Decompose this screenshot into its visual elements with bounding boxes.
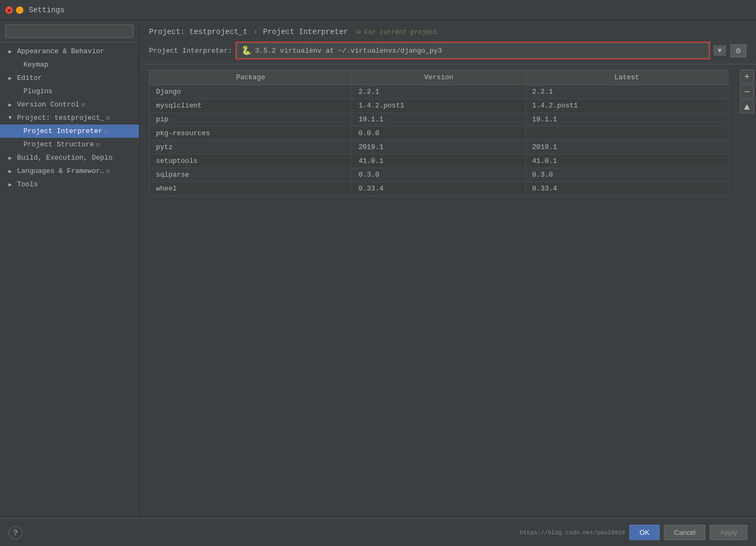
cell-latest (525, 127, 728, 140)
minimize-button[interactable] (16, 6, 23, 14)
cell-latest: 41.0.1 (525, 154, 728, 168)
apply-button[interactable]: Apply (710, 525, 747, 540)
table-row[interactable]: setuptools41.0.141.0.1 (150, 154, 728, 168)
bottom-bar: ? https://blog.csdn.net/paul0926 OK Canc… (0, 518, 756, 546)
content-header: Project: testproject_t › Project Interpr… (139, 20, 756, 64)
cell-version: 19.1.1 (352, 113, 525, 127)
sidebar-item-appearance-behavior[interactable]: ▶ Appearance & Behavior (0, 45, 139, 58)
settings-window: × Settings ▶ Appearance & Behavior Keyma… (0, 0, 756, 546)
close-button[interactable]: × (5, 6, 13, 14)
sidebar-item-plugins[interactable]: Plugins (0, 85, 139, 98)
main-layout: ▶ Appearance & Behavior Keymap ▶ Editor … (0, 20, 756, 518)
window-title: Settings (29, 6, 64, 14)
interpreter-value: 3.5.2 virtualenv at ~/.virtualenvs/djang… (255, 47, 704, 55)
breadcrumb-project: Project: testproject_t (149, 28, 248, 36)
sidebar-item-label: Project Structure (23, 140, 94, 148)
breadcrumb-note: ⊟ For current project (357, 29, 437, 36)
arrow-icon: ▶ (9, 75, 15, 81)
sidebar-item-project[interactable]: ▼ Project: testproject_ ⊟ (0, 111, 139, 125)
interpreter-settings-button[interactable]: ⚙ (730, 44, 746, 57)
sidebar-item-label: Languages & Framewor… (17, 167, 104, 175)
sidebar-item-label: Build, Execution, Deplo (17, 154, 112, 162)
packages-table: Package Version Latest Django2.2.12.2.1m… (149, 70, 728, 196)
cell-version: 0.0.0 (352, 127, 525, 140)
up-button[interactable]: ▲ (740, 100, 754, 113)
table-actions: + − ▲ (738, 64, 756, 119)
col-header-version: Version (352, 70, 525, 85)
table-row[interactable]: wheel0.33.40.33.4 (150, 182, 728, 196)
sidebar-item-label: Appearance & Behavior (17, 47, 104, 55)
copy-icon: ⊟ (106, 168, 110, 175)
python-icon: 🐍 (241, 45, 252, 56)
arrow-icon: ▶ (9, 48, 15, 55)
help-button[interactable]: ? (9, 526, 22, 540)
cell-package: pytz (150, 140, 352, 154)
breadcrumb: Project: testproject_t › Project Interpr… (149, 28, 746, 36)
cell-package: mysqlclient (150, 99, 352, 113)
cell-package: sqlparse (150, 168, 352, 182)
search-box (0, 20, 139, 43)
table-area: Package Version Latest Django2.2.12.2.1m… (139, 64, 738, 201)
window-controls: × (5, 6, 23, 14)
cell-latest: 2019.1 (525, 140, 728, 154)
copy-icon: ⊟ (96, 142, 100, 148)
sidebar-item-editor[interactable]: ▶ Editor (0, 71, 139, 85)
ok-button[interactable]: OK (629, 525, 660, 540)
sidebar-item-version-control[interactable]: ▶ Version Control ⊟ (0, 98, 139, 111)
table-row[interactable]: Django2.2.12.2.1 (150, 85, 728, 99)
sidebar-item-languages-frameworks[interactable]: ▶ Languages & Framewor… ⊟ (0, 164, 139, 178)
sidebar-item-label: Plugins (23, 87, 53, 95)
table-row[interactable]: pkg-resources0.0.0 (150, 127, 728, 140)
breadcrumb-separator: › (253, 28, 257, 36)
bottom-right: https://blog.csdn.net/paul0926 OK Cancel… (520, 525, 747, 540)
cell-version: 2019.1 (352, 140, 525, 154)
arrow-icon: ▶ (9, 102, 15, 108)
sidebar-item-label: Keymap (23, 61, 48, 69)
cell-package: wheel (150, 182, 352, 196)
sidebar-item-build-execution[interactable]: ▶ Build, Execution, Deplo (0, 151, 139, 164)
cell-version: 0.3.0 (352, 168, 525, 182)
interpreter-selector[interactable]: 🐍 3.5.2 virtualenv at ~/.virtualenvs/dja… (236, 43, 709, 59)
sidebar-item-label: Project Interpreter (23, 127, 102, 135)
sidebar-item-project-interpreter[interactable]: Project Interpreter ⊟ (0, 125, 139, 138)
content-area: Project: testproject_t › Project Interpr… (139, 20, 756, 518)
cell-latest: 19.1.1 (525, 113, 728, 127)
sidebar-item-keymap[interactable]: Keymap (0, 58, 139, 71)
table-wrapper: Package Version Latest Django2.2.12.2.1m… (139, 64, 756, 518)
sidebar-item-label: Version Control (17, 101, 79, 109)
table-row[interactable]: pip19.1.119.1.1 (150, 113, 728, 127)
sidebar-item-tools[interactable]: ▶ Tools (0, 178, 139, 191)
cell-latest: 1.4.2.post1 (525, 99, 728, 113)
add-package-button[interactable]: + (740, 70, 754, 84)
cell-package: setuptools (150, 154, 352, 168)
sidebar-item-label: Project: testproject_ (17, 114, 104, 122)
col-header-package: Package (150, 70, 352, 85)
cell-version: 0.33.4 (352, 182, 525, 196)
arrow-icon: ▶ (9, 181, 15, 188)
cell-package: pkg-resources (150, 127, 352, 140)
table-row[interactable]: pytz2019.12019.1 (150, 140, 728, 154)
search-input[interactable] (5, 24, 134, 38)
sidebar-item-project-structure[interactable]: Project Structure ⊟ (0, 138, 139, 151)
remove-package-button[interactable]: − (740, 85, 754, 98)
cell-latest: 0.3.0 (525, 168, 728, 182)
cell-version: 2.2.1 (352, 85, 525, 99)
cell-package: Django (150, 85, 352, 99)
interpreter-row: Project Interpreter: 🐍 3.5.2 virtualenv … (149, 43, 746, 59)
copy-icon: ⊟ (81, 102, 85, 108)
table-row[interactable]: sqlparse0.3.00.3.0 (150, 168, 728, 182)
sidebar-items: ▶ Appearance & Behavior Keymap ▶ Editor … (0, 43, 139, 518)
cancel-button[interactable]: Cancel (664, 525, 705, 540)
sidebar-item-label: Editor (17, 74, 42, 82)
cell-latest: 0.33.4 (525, 182, 728, 196)
interpreter-dropdown-button[interactable]: ▼ (713, 45, 726, 56)
cell-package: pip (150, 113, 352, 127)
sidebar: ▶ Appearance & Behavior Keymap ▶ Editor … (0, 20, 139, 518)
arrow-icon: ▶ (9, 155, 15, 161)
copy-icon: ⊟ (106, 115, 110, 121)
arrow-icon: ▼ (9, 115, 15, 121)
cell-version: 41.0.1 (352, 154, 525, 168)
url-hint: https://blog.csdn.net/paul0926 (520, 530, 625, 536)
title-bar: × Settings (0, 0, 756, 20)
table-row[interactable]: mysqlclient1.4.2.post11.4.2.post1 (150, 99, 728, 113)
